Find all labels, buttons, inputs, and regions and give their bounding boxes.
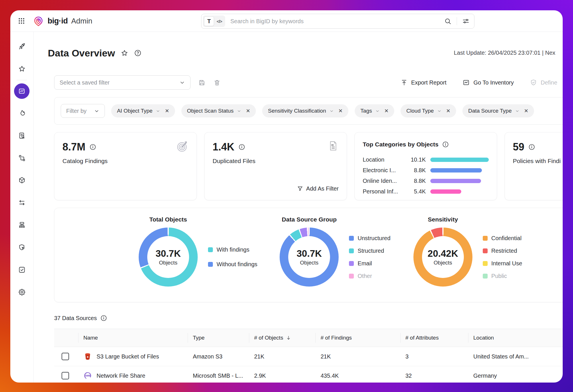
app-launcher-icon[interactable] xyxy=(18,17,25,25)
close-icon[interactable]: ✕ xyxy=(338,108,343,114)
row-checkbox[interactable] xyxy=(62,353,69,360)
filter-chip[interactable]: Object Scan Status ✕ xyxy=(181,104,256,117)
data-sources-count: 37 Data Sources xyxy=(54,315,97,322)
column-header[interactable]: Type xyxy=(188,329,249,347)
filter-by-select[interactable]: Filter by xyxy=(61,104,105,118)
column-header-label: # of Attributes xyxy=(405,335,439,341)
filter-chip-label: Tags xyxy=(360,108,372,114)
sidebar-item-risk[interactable] xyxy=(18,109,26,117)
last-update-text: Last Update: 26/04/2025 23:07:01 | Nex xyxy=(454,50,555,56)
donut-center-value: 20.42K xyxy=(428,248,458,259)
category-row: Electronic I... 8.8K xyxy=(363,167,489,174)
sidebar-item-getting-started[interactable] xyxy=(18,43,26,50)
page-title: Data Overview xyxy=(48,48,115,59)
column-header[interactable]: # of Objects xyxy=(249,329,315,347)
table-row[interactable]: SMB S3 Large Bucket of Files Amazon S3 2… xyxy=(54,347,563,366)
row-checkbox[interactable] xyxy=(62,372,69,379)
sidebar-item-settings[interactable] xyxy=(18,288,26,296)
target-dart-icon xyxy=(176,140,189,153)
chevron-down-icon[interactable] xyxy=(156,109,160,113)
search-icon[interactable] xyxy=(444,17,452,25)
sidebar-item-classification[interactable] xyxy=(18,154,26,162)
chart-title: Total Objects xyxy=(139,216,198,223)
search-input[interactable] xyxy=(230,18,444,25)
legend-item: Unstructured xyxy=(349,235,390,242)
topbar: big·id Admin T </> xyxy=(10,10,563,32)
category-bar xyxy=(430,168,482,173)
column-header[interactable]: Name xyxy=(78,329,188,347)
duplicated-files-value: 1.4K xyxy=(213,141,234,153)
donut-center-label: Objects xyxy=(300,260,318,266)
table-row[interactable]: SMB Network File Share Microsoft SMB - L… xyxy=(54,366,563,383)
filter-chip[interactable]: Cloud Type ✕ xyxy=(401,104,456,117)
location-value: United States of Am... xyxy=(468,347,536,366)
text-search-toggle[interactable]: T xyxy=(204,16,214,26)
close-icon[interactable]: ✕ xyxy=(165,108,169,114)
donut-center-label: Objects xyxy=(434,260,452,266)
donut-chart: 30.7K Objects xyxy=(280,228,339,287)
category-bar-track xyxy=(430,168,489,173)
chart-legend: Confidential Restricted Internal Use Pub… xyxy=(483,235,522,279)
sidebar-item-catalog[interactable] xyxy=(18,177,26,184)
info-icon[interactable] xyxy=(442,141,449,148)
data-source-type: Amazon S3 xyxy=(188,347,249,366)
export-report-button[interactable]: Export Report xyxy=(401,79,446,86)
chevron-down-icon[interactable] xyxy=(437,109,441,113)
saved-filter-select[interactable]: Select a saved filter xyxy=(54,75,191,90)
sort-desc-icon[interactable] xyxy=(286,335,291,340)
close-icon[interactable]: ✕ xyxy=(384,108,388,114)
add-as-filter-button[interactable]: Add As Filter xyxy=(297,185,339,192)
sidebar-item-favorites[interactable] xyxy=(18,65,26,73)
close-icon[interactable]: ✕ xyxy=(524,108,528,114)
column-header[interactable]: Location xyxy=(468,329,536,347)
column-header-label: Name xyxy=(83,335,98,341)
chevron-down-icon[interactable] xyxy=(237,109,241,113)
data-source-name[interactable]: Network File Share xyxy=(97,373,145,379)
column-header[interactable]: # of Findings xyxy=(315,329,400,347)
info-icon[interactable] xyxy=(238,144,245,150)
column-header[interactable]: # of Attributes xyxy=(400,329,468,347)
filter-chips: AI Object Type ✕ Object Scan Status ✕ Se… xyxy=(111,104,534,117)
legend-label: Email xyxy=(358,260,372,267)
filter-chip[interactable]: Data Source Type ✕ xyxy=(462,104,534,117)
filter-chip[interactable]: Tags ✕ xyxy=(355,104,394,117)
query-search-toggle[interactable]: </> xyxy=(215,17,224,26)
define-button[interactable]: Define xyxy=(530,79,557,86)
sliders-icon[interactable] xyxy=(462,17,470,25)
sidebar-item-tasks[interactable] xyxy=(18,266,26,274)
sidebar-item-access-intelligence[interactable] xyxy=(18,244,26,251)
trash-icon[interactable] xyxy=(213,79,221,87)
chevron-down-icon[interactable] xyxy=(515,109,519,113)
go-to-inventory-button[interactable]: Go To Inventory xyxy=(462,79,514,86)
legend-label: Unstructured xyxy=(358,235,390,242)
chevron-down-icon[interactable] xyxy=(375,109,380,113)
save-filter-icon[interactable] xyxy=(198,79,206,87)
info-icon[interactable] xyxy=(528,144,535,150)
brand: big·id Admin xyxy=(32,15,92,27)
data-source-type: Microsoft SMB - L... xyxy=(188,366,249,383)
donut-center-value: 30.7K xyxy=(156,248,181,259)
category-value: 8.8K xyxy=(408,178,426,184)
legend-label: Public xyxy=(491,273,507,279)
sidebar-item-reports[interactable] xyxy=(18,132,26,140)
chart-legend: With findings Without findings xyxy=(208,246,257,268)
sidebar-item-dashboard-active[interactable] xyxy=(14,83,30,99)
sidebar-item-hierarchy[interactable] xyxy=(18,221,26,229)
info-icon[interactable] xyxy=(100,315,107,322)
favorite-star-icon[interactable] xyxy=(121,49,128,57)
help-icon[interactable] xyxy=(134,49,142,57)
info-icon[interactable] xyxy=(89,144,96,150)
chevron-down-icon[interactable] xyxy=(329,109,334,113)
filter-chip[interactable]: AI Object Type ✕ xyxy=(111,104,175,117)
findings-count: 435.4K xyxy=(315,366,400,383)
close-icon[interactable]: ✕ xyxy=(446,108,450,114)
rocket-icon xyxy=(18,43,26,50)
close-icon[interactable]: ✕ xyxy=(246,108,250,114)
data-source-name[interactable]: S3 Large Bucket of Files xyxy=(97,353,159,360)
sidebar-item-data-flows[interactable] xyxy=(18,199,26,207)
data-sources-table: Name Type # of Objects # of Findings # o… xyxy=(54,329,563,383)
category-bar xyxy=(430,179,481,183)
global-search[interactable]: T </> xyxy=(201,14,474,29)
filter-chip[interactable]: Sensitivity Classification ✕ xyxy=(262,104,348,117)
column-header-label: Type xyxy=(193,335,205,341)
